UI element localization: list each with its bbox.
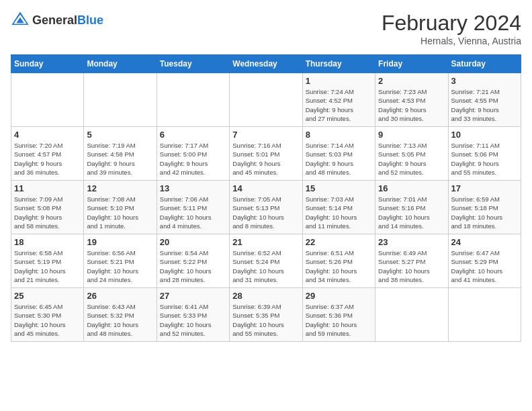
day-number: 15 [306,183,372,193]
day-info: Sunrise: 7:13 AM Sunset: 5:05 PM Dayligh… [378,141,445,177]
week-row-1: 1Sunrise: 7:24 AM Sunset: 4:52 PM Daylig… [11,73,521,127]
calendar-cell: 9Sunrise: 7:13 AM Sunset: 5:05 PM Daylig… [375,127,448,181]
day-info: Sunrise: 6:52 AM Sunset: 5:24 PM Dayligh… [232,248,299,284]
day-info: Sunrise: 7:06 AM Sunset: 5:11 PM Dayligh… [160,195,226,230]
day-info: Sunrise: 6:58 AM Sunset: 5:19 PM Dayligh… [14,248,81,284]
day-number: 18 [14,237,81,247]
day-number: 5 [87,130,153,140]
calendar-cell: 24Sunrise: 6:47 AM Sunset: 5:29 PM Dayli… [448,234,521,288]
day-number: 14 [232,183,299,193]
calendar-cell: 2Sunrise: 7:23 AM Sunset: 4:53 PM Daylig… [375,73,448,127]
calendar-cell: 4Sunrise: 7:20 AM Sunset: 4:57 PM Daylig… [11,127,84,181]
day-number: 20 [160,237,226,247]
calendar-cell: 19Sunrise: 6:56 AM Sunset: 5:21 PM Dayli… [84,234,157,288]
day-number: 22 [306,237,372,247]
day-number: 11 [14,183,81,193]
calendar-cell [11,73,84,127]
calendar-cell: 20Sunrise: 6:54 AM Sunset: 5:22 PM Dayli… [157,234,229,288]
day-info: Sunrise: 7:03 AM Sunset: 5:14 PM Dayligh… [306,195,372,230]
day-info: Sunrise: 7:24 AM Sunset: 4:52 PM Dayligh… [306,87,372,123]
weekday-header-friday: Friday [375,55,448,73]
calendar-cell: 10Sunrise: 7:11 AM Sunset: 5:06 PM Dayli… [448,127,521,181]
calendar-cell: 26Sunrise: 6:43 AM Sunset: 5:32 PM Dayli… [84,288,157,342]
day-info: Sunrise: 6:41 AM Sunset: 5:33 PM Dayligh… [160,302,226,338]
weekday-header-tuesday: Tuesday [157,55,229,73]
calendar-cell [84,73,157,127]
week-row-2: 4Sunrise: 7:20 AM Sunset: 4:57 PM Daylig… [11,127,521,181]
day-info: Sunrise: 7:19 AM Sunset: 4:58 PM Dayligh… [87,141,153,177]
day-info: Sunrise: 6:54 AM Sunset: 5:22 PM Dayligh… [160,248,226,284]
day-info: Sunrise: 7:05 AM Sunset: 5:13 PM Dayligh… [232,195,299,230]
calendar-cell: 21Sunrise: 6:52 AM Sunset: 5:24 PM Dayli… [230,234,302,288]
weekday-header-thursday: Thursday [302,55,375,73]
day-number: 3 [451,76,518,86]
calendar-cell: 23Sunrise: 6:49 AM Sunset: 5:27 PM Dayli… [375,234,448,288]
day-number: 21 [232,237,299,247]
day-number: 27 [160,291,226,301]
weekday-header-row: SundayMondayTuesdayWednesdayThursdayFrid… [11,55,521,73]
day-info: Sunrise: 6:43 AM Sunset: 5:32 PM Dayligh… [87,302,153,338]
weekday-header-sunday: Sunday [11,55,84,73]
title-block: February 2024 Hernals, Vienna, Austria [382,11,521,46]
day-number: 19 [87,237,153,247]
calendar-cell: 8Sunrise: 7:14 AM Sunset: 5:03 PM Daylig… [302,127,375,181]
day-number: 16 [378,183,445,193]
day-number: 1 [306,76,372,86]
calendar-cell: 5Sunrise: 7:19 AM Sunset: 4:58 PM Daylig… [84,127,157,181]
calendar-table: SundayMondayTuesdayWednesdayThursdayFrid… [11,54,521,342]
calendar-cell [448,288,521,342]
day-info: Sunrise: 7:17 AM Sunset: 5:00 PM Dayligh… [160,141,226,177]
calendar-cell: 7Sunrise: 7:16 AM Sunset: 5:01 PM Daylig… [230,127,302,181]
day-number: 10 [451,130,518,140]
day-number: 2 [378,76,445,86]
calendar-cell: 3Sunrise: 7:21 AM Sunset: 4:55 PM Daylig… [448,73,521,127]
day-number: 7 [232,130,299,140]
calendar-cell: 28Sunrise: 6:39 AM Sunset: 5:35 PM Dayli… [230,288,302,342]
calendar-cell: 6Sunrise: 7:17 AM Sunset: 5:00 PM Daylig… [157,127,229,181]
day-number: 29 [306,291,372,301]
calendar-cell [157,73,229,127]
day-number: 23 [378,237,445,247]
day-info: Sunrise: 6:47 AM Sunset: 5:29 PM Dayligh… [451,248,518,284]
calendar-cell: 12Sunrise: 7:08 AM Sunset: 5:10 PM Dayli… [84,181,157,234]
day-number: 24 [451,237,518,247]
week-row-5: 25Sunrise: 6:45 AM Sunset: 5:30 PM Dayli… [11,288,521,342]
month-title: February 2024 [382,11,521,36]
day-info: Sunrise: 6:59 AM Sunset: 5:18 PM Dayligh… [451,195,518,230]
calendar-cell: 15Sunrise: 7:03 AM Sunset: 5:14 PM Dayli… [302,181,375,234]
calendar-cell: 13Sunrise: 7:06 AM Sunset: 5:11 PM Dayli… [157,181,229,234]
calendar-cell [230,73,302,127]
weekday-header-saturday: Saturday [448,55,521,73]
calendar-cell [375,288,448,342]
day-info: Sunrise: 7:20 AM Sunset: 4:57 PM Dayligh… [14,141,81,177]
logo: GeneralBlue [11,11,103,30]
day-info: Sunrise: 6:37 AM Sunset: 5:36 PM Dayligh… [306,302,372,338]
calendar-cell: 17Sunrise: 6:59 AM Sunset: 5:18 PM Dayli… [448,181,521,234]
day-info: Sunrise: 6:39 AM Sunset: 5:35 PM Dayligh… [232,302,299,338]
calendar-cell: 14Sunrise: 7:05 AM Sunset: 5:13 PM Dayli… [230,181,302,234]
day-info: Sunrise: 7:11 AM Sunset: 5:06 PM Dayligh… [451,141,518,177]
day-info: Sunrise: 7:16 AM Sunset: 5:01 PM Dayligh… [232,141,299,177]
calendar-cell: 29Sunrise: 6:37 AM Sunset: 5:36 PM Dayli… [302,288,375,342]
weekday-header-monday: Monday [84,55,157,73]
location-subtitle: Hernals, Vienna, Austria [382,36,521,46]
day-number: 4 [14,130,81,140]
day-info: Sunrise: 7:21 AM Sunset: 4:55 PM Dayligh… [451,87,518,123]
page-header: GeneralBlue February 2024 Hernals, Vienn… [11,11,521,46]
calendar-cell: 25Sunrise: 6:45 AM Sunset: 5:30 PM Dayli… [11,288,84,342]
calendar-cell: 18Sunrise: 6:58 AM Sunset: 5:19 PM Dayli… [11,234,84,288]
calendar-cell: 22Sunrise: 6:51 AM Sunset: 5:26 PM Dayli… [302,234,375,288]
logo-general: General [32,13,77,27]
day-number: 9 [378,130,445,140]
day-number: 25 [14,291,81,301]
day-number: 6 [160,130,226,140]
day-info: Sunrise: 6:56 AM Sunset: 5:21 PM Dayligh… [87,248,153,284]
day-info: Sunrise: 7:09 AM Sunset: 5:08 PM Dayligh… [14,195,81,230]
logo-icon [11,11,30,30]
day-number: 8 [306,130,372,140]
calendar-cell: 1Sunrise: 7:24 AM Sunset: 4:52 PM Daylig… [302,73,375,127]
day-info: Sunrise: 7:08 AM Sunset: 5:10 PM Dayligh… [87,195,153,230]
day-info: Sunrise: 7:23 AM Sunset: 4:53 PM Dayligh… [378,87,445,123]
day-number: 12 [87,183,153,193]
week-row-3: 11Sunrise: 7:09 AM Sunset: 5:08 PM Dayli… [11,181,521,234]
